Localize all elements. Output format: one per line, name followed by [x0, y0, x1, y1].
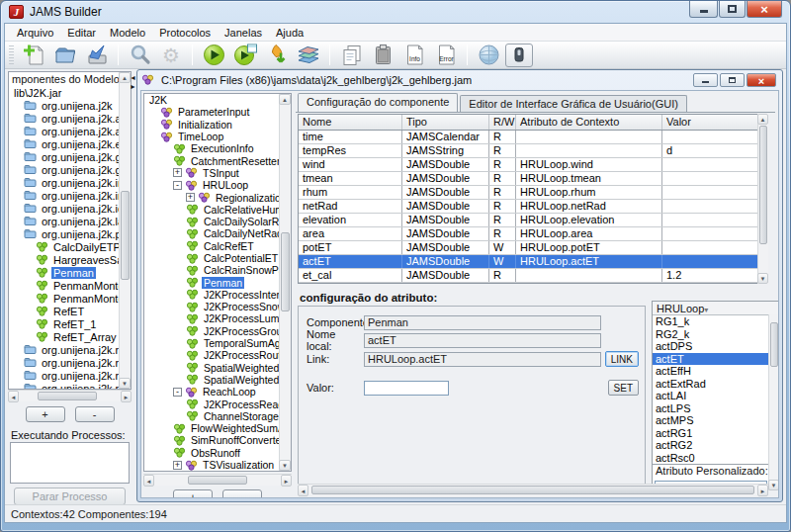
tree-item[interactable]: ChannelStorageAggrega	[144, 410, 291, 422]
list-item[interactable]: RG1_k	[653, 315, 769, 328]
scroll-left-icon[interactable]	[143, 475, 154, 487]
menu-item-ajuda[interactable]: Ajuda	[269, 25, 310, 41]
table-row[interactable]: tmeanJAMSDoubleRHRULoop.tmean	[299, 172, 767, 186]
model-launch-button[interactable]	[262, 43, 292, 68]
tree-item[interactable]: J2KProcessInterception	[144, 289, 291, 301]
menu-item-modelo[interactable]: Modelo	[103, 25, 152, 41]
link-button[interactable]: LINK	[605, 351, 639, 367]
menu-item-janelas[interactable]: Janelas	[218, 25, 269, 41]
tree-item[interactable]: TemporalSumAggregato	[144, 337, 291, 349]
tree-item[interactable]: org.unijena.j2k.potET	[9, 227, 131, 240]
column-header[interactable]: Nome	[299, 115, 402, 130]
table-row[interactable]: timeJAMSCalendarR	[299, 131, 767, 144]
context-selector[interactable]: HRULoop	[653, 302, 779, 315]
list-item[interactable]: actRsc0	[653, 452, 769, 465]
tree-item[interactable]: org.unijena.j2k.efficie	[9, 137, 131, 150]
tree-item[interactable]: ObsRunoff	[144, 447, 291, 459]
set-button[interactable]: SET	[608, 380, 639, 396]
local-name-field[interactable]	[364, 333, 601, 348]
menu-item-editar[interactable]: Editar	[60, 25, 103, 41]
model-tree-vertical-scrollbar[interactable]	[279, 94, 291, 471]
tree-item[interactable]: ExecutionInfo	[144, 142, 291, 154]
scrollbar-thumb[interactable]	[188, 476, 247, 485]
tree-item[interactable]: RefET	[9, 305, 131, 317]
expander-icon[interactable]: +	[186, 193, 195, 202]
component-field[interactable]	[364, 315, 601, 330]
tree-item[interactable]: lib\J2K.jar	[9, 86, 131, 99]
scroll-right-icon[interactable]	[281, 475, 292, 487]
tree-item[interactable]: J2K	[144, 94, 291, 106]
copy-button[interactable]	[336, 43, 366, 68]
open-folder-button[interactable]	[50, 43, 80, 68]
menu-item-protocolos[interactable]: Protocolos	[152, 25, 218, 41]
table-row[interactable]: tempResJAMSStringRd	[299, 144, 767, 158]
new-file-button[interactable]	[19, 43, 48, 68]
scroll-down-icon[interactable]	[279, 460, 291, 471]
column-header[interactable]: Atributo de Contexto	[516, 115, 662, 130]
tree-item[interactable]: org.unijena.j2k.routin	[9, 382, 131, 390]
tree-item[interactable]: org.unijena.j2k.regior	[9, 369, 131, 382]
tree-item[interactable]: PenmanMonteith_	[9, 292, 131, 305]
column-header[interactable]: Valor	[662, 115, 767, 130]
add-component-button[interactable]: +	[26, 406, 65, 422]
expander-icon[interactable]: -	[173, 388, 182, 397]
tree-item[interactable]: org.unijena.j2k.inputD	[9, 176, 131, 189]
minimize-button[interactable]	[689, 1, 718, 18]
tree-item[interactable]: CalcPotentialET	[144, 252, 291, 264]
tree-item[interactable]: org.unijena.j2k.refET	[9, 356, 131, 369]
scroll-up-icon[interactable]	[279, 94, 291, 105]
tree-item[interactable]: TimeLoop	[144, 131, 291, 142]
column-header[interactable]: R/W	[489, 115, 516, 130]
tree-item[interactable]: SimRunoffConverter	[144, 434, 291, 446]
table-row[interactable]: et_calJAMSDoubleR1.2	[299, 269, 767, 283]
tree-item[interactable]: org.unijena.j2k.interc	[9, 189, 131, 202]
tree-item[interactable]: org.unijena.j2k.lake	[9, 215, 131, 227]
tree-item[interactable]: J2KProcessReachRoutin	[144, 398, 291, 409]
tree-item[interactable]: ParameterInput	[144, 106, 291, 118]
components-horizontal-scrollbar[interactable]	[8, 390, 132, 401]
tree-item[interactable]: +TSVisualization	[144, 459, 291, 471]
tree-item[interactable]: SpatialWeightedSumAgg	[144, 374, 291, 386]
close-button[interactable]	[747, 1, 782, 18]
tree-item[interactable]: -ReachLoop	[144, 386, 291, 398]
table-row[interactable]: actETJAMSDoubleWHRULoop.actET	[299, 255, 767, 269]
table-row[interactable]: potETJAMSDoubleWHRULoop.potET	[299, 241, 767, 255]
map-layers-button[interactable]	[294, 43, 323, 68]
tree-item[interactable]: J2KProcessGroundwater	[144, 325, 291, 337]
globe-button[interactable]	[474, 43, 503, 68]
table-row[interactable]: elevationJAMSDoubleRHRULoop.elevation	[299, 214, 767, 227]
info-log-button[interactable]: Info	[399, 43, 429, 68]
list-item[interactable]: actRG1	[653, 427, 769, 440]
tree-item[interactable]: J2KProcessRouting	[144, 349, 291, 361]
save-button[interactable]	[82, 43, 112, 68]
tree-item[interactable]: org.unijena.j2k.analys	[9, 125, 131, 137]
table-row[interactable]: netRadJAMSDoubleRHRULoop.netRad	[299, 200, 767, 214]
tree-item[interactable]: Initialization	[144, 119, 291, 131]
tree-item[interactable]: org.unijena.j2k.io	[9, 202, 131, 215]
list-item[interactable]: actLAI	[653, 390, 769, 402]
document-title-bar[interactable]: C:\Program Files (x86)\jams\data\j2k_geh…	[137, 70, 782, 89]
tab-component-config[interactable]: Configuração do componente	[298, 93, 458, 112]
tree-item[interactable]: CalcDailyETP_Hau	[9, 240, 131, 253]
tree-item[interactable]: PenmanMonteith	[9, 279, 131, 292]
tree-item[interactable]: CalcDailySolarRadiation	[144, 216, 291, 227]
maximize-button[interactable]	[719, 1, 746, 18]
tree-item[interactable]: +Regionalization	[144, 191, 291, 203]
running-processes-list[interactable]	[10, 442, 130, 484]
menu-item-arquivo[interactable]: Arquivo	[10, 25, 60, 41]
toolbar-grip[interactable]	[9, 45, 14, 65]
scrollbar-thumb[interactable]	[759, 126, 767, 244]
doc-minimize-button[interactable]	[693, 73, 718, 87]
list-item[interactable]: actEffH	[653, 365, 769, 378]
scroll-down-icon[interactable]	[757, 273, 768, 284]
list-item[interactable]: actRG2	[653, 439, 769, 452]
tree-item[interactable]: -HRULoop	[144, 179, 291, 191]
attribute-list-scrollbar[interactable]	[768, 314, 779, 490]
stop-process-button[interactable]: Parar Processo	[14, 488, 126, 505]
tree-item[interactable]: RefET_Array	[9, 330, 131, 343]
scroll-left-icon[interactable]	[8, 391, 19, 402]
tab-gui-editor[interactable]: Editor de Interface Gráfica de Usuário(G…	[460, 95, 687, 112]
table-row[interactable]: windJAMSDoubleRHRULoop.wind	[299, 158, 767, 172]
scroll-right-icon[interactable]	[121, 391, 132, 402]
scroll-down-icon[interactable]	[768, 480, 779, 490]
